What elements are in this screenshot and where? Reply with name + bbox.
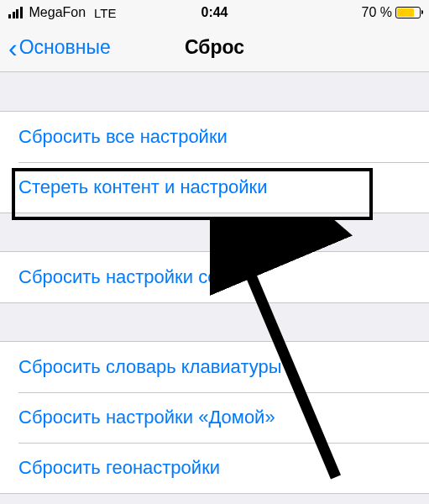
battery-percent: 70 % (362, 5, 392, 20)
back-label: Основные (19, 36, 111, 59)
status-right: 70 % (362, 5, 421, 20)
group-spacer (0, 213, 429, 251)
cell-label: Сбросить все настройки (18, 126, 228, 147)
cell-label: Сбросить геонастройки (18, 457, 220, 478)
status-left: MegaFon LTE (8, 5, 117, 20)
cell-reset-keyboard-dictionary[interactable]: Сбросить словарь клавиатуры (0, 341, 429, 393)
cell-erase-content-settings[interactable]: Стереть контент и настройки (0, 162, 429, 213)
navigation-bar: ‹ Основные Сброс (0, 24, 429, 72)
network-label: LTE (94, 6, 116, 20)
signal-strength-icon (8, 7, 23, 18)
cell-label: Сбросить настройки сети (18, 266, 236, 287)
cell-reset-location-privacy[interactable]: Сбросить геонастройки (0, 443, 429, 494)
group-spacer (0, 302, 429, 341)
clock: 0:44 (201, 5, 228, 20)
battery-icon (395, 7, 421, 18)
back-button[interactable]: ‹ Основные (8, 34, 111, 61)
status-bar: MegaFon LTE 0:44 70 % (0, 0, 429, 24)
carrier-label: MegaFon (29, 5, 86, 20)
cell-label: Сбросить настройки «Домой» (18, 407, 275, 428)
cell-reset-network-settings[interactable]: Сбросить настройки сети (0, 251, 429, 303)
cell-label: Стереть контент и настройки (18, 176, 268, 197)
cell-reset-home-layout[interactable]: Сбросить настройки «Домой» (0, 392, 429, 444)
chevron-left-icon: ‹ (8, 34, 18, 61)
cell-label: Сбросить словарь клавиатуры (18, 356, 282, 377)
page-title: Сброс (185, 36, 244, 59)
cell-reset-all-settings[interactable]: Сбросить все настройки (0, 111, 429, 163)
group-spacer (0, 72, 429, 111)
